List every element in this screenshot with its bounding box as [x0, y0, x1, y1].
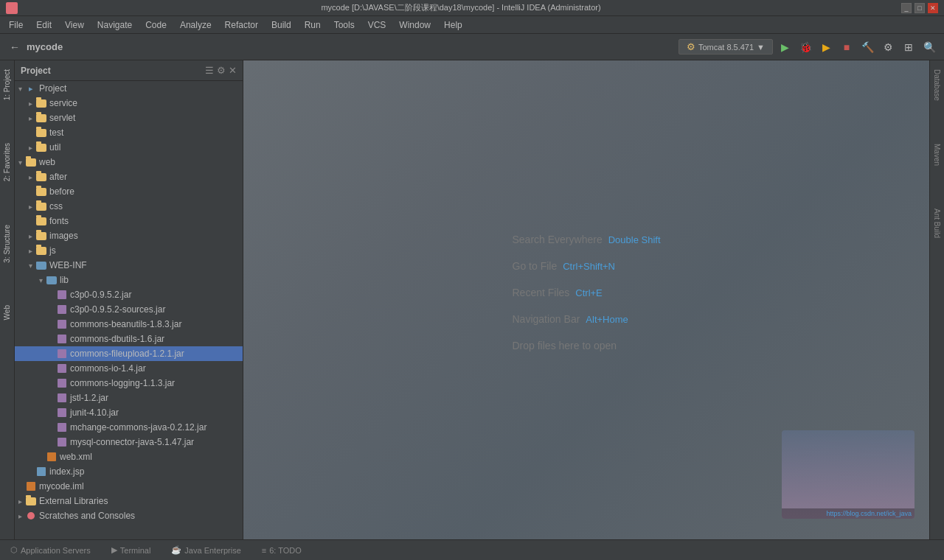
- tree-item[interactable]: ▸ External Libraries: [15, 494, 243, 508]
- tree-item[interactable]: before: [15, 184, 243, 199]
- tree-file-icon: [35, 127, 47, 138]
- tomcat-config-button[interactable]: ⚙ Tomcat 8.5.471 ▼: [678, 39, 773, 55]
- tree-item[interactable]: ▸ after: [15, 169, 243, 184]
- menu-edit[interactable]: Edit: [30, 18, 58, 32]
- tree-item[interactable]: commons-beanutils-1.8.3.jar: [15, 317, 243, 332]
- bottom-tab-terminal[interactable]: ▶ Terminal: [107, 544, 156, 556]
- tree-item-label: c3p0-0.9.5.2-sources.jar: [70, 304, 165, 315]
- menu-vcs[interactable]: VCS: [362, 18, 392, 32]
- tree-item[interactable]: c3p0-0.9.5.2.jar: [15, 287, 243, 302]
- tree-arrow: ▸: [25, 173, 35, 181]
- menu-window[interactable]: Window: [393, 18, 437, 32]
- tree-arrow: ▸: [25, 144, 35, 152]
- project-header-hide-icon[interactable]: ✕: [229, 65, 237, 76]
- tree-arrow: ▸: [15, 512, 25, 520]
- layout-button[interactable]: ⊞: [900, 38, 917, 56]
- tree-item[interactable]: ▸ Scratches and Consoles: [15, 508, 243, 523]
- project-label: mycode: [27, 41, 63, 52]
- tree-item[interactable]: commons-logging-1.1.3.jar: [15, 376, 243, 391]
- tomcat-label: Tomcat 8.5.471: [698, 43, 754, 52]
- maximize-button[interactable]: □: [914, 3, 925, 13]
- editor-content: Search Everywhere Double Shift Go to Fil…: [498, 219, 676, 381]
- tree-item[interactable]: ▸ css: [15, 199, 243, 214]
- tree-item[interactable]: test: [15, 125, 243, 140]
- settings-button[interactable]: ⚙: [879, 38, 897, 56]
- menu-file[interactable]: File: [3, 18, 29, 32]
- debug-button[interactable]: 🐞: [796, 38, 814, 56]
- sidebar-tab-maven[interactable]: Maven: [931, 138, 943, 172]
- tree-item-label: commons-io-1.4.jar: [70, 363, 146, 374]
- tree-file-icon: [35, 172, 47, 182]
- tree-item[interactable]: commons-dbutils-1.6.jar: [15, 332, 243, 346]
- sidebar-tab-database[interactable]: Database: [931, 63, 943, 107]
- tree-item[interactable]: mysql-connector-java-5.1.47.jar: [15, 435, 243, 449]
- sidebar-tab-web[interactable]: Web: [1, 299, 13, 326]
- sidebar-tab-favorites[interactable]: 2: Favorites: [1, 137, 13, 187]
- tree-item-label: lib: [60, 275, 69, 285]
- tree-item[interactable]: ▾ web: [15, 155, 243, 169]
- tree-item[interactable]: jstl-1.2.jar: [15, 391, 243, 405]
- tree-item-label: util: [49, 142, 60, 153]
- tree-arrow: ▾: [25, 262, 35, 270]
- tree-arrow: ▾: [35, 276, 46, 284]
- tree-item[interactable]: c3p0-0.9.5.2-sources.jar: [15, 302, 243, 317]
- folder-icon: [36, 144, 46, 152]
- tree-file-icon: [56, 319, 68, 329]
- jar-file-icon: [58, 305, 66, 314]
- tree-file-icon: [35, 466, 47, 477]
- tree-item[interactable]: ▸ js: [15, 243, 243, 258]
- menu-run[interactable]: Run: [299, 18, 327, 32]
- tree-item[interactable]: ▸ service: [15, 96, 243, 111]
- tree-item-label: index.jsp: [49, 466, 84, 477]
- tree-item[interactable]: commons-io-1.4.jar: [15, 361, 243, 376]
- project-header-settings-icon[interactable]: ⚙: [217, 65, 226, 76]
- file-tree[interactable]: ▾ ▸ Project ▸ service ▸ servlet test ▸ u…: [15, 81, 243, 539]
- menu-build[interactable]: Build: [266, 18, 297, 32]
- jar-file-icon: [58, 290, 66, 299]
- bottom-tab-app-servers[interactable]: ⬡ Application Servers: [6, 544, 95, 556]
- sidebar-tab-structure[interactable]: 3: Structure: [1, 219, 13, 269]
- tree-item[interactable]: junit-4.10.jar: [15, 405, 243, 420]
- menu-tools[interactable]: Tools: [328, 18, 361, 32]
- sidebar-tab-project[interactable]: 1: Project: [1, 63, 13, 106]
- project-header-collapse-icon[interactable]: ☰: [205, 65, 214, 76]
- bottom-tab-java-enterprise[interactable]: ☕ Java Enterprise: [167, 544, 245, 556]
- minimize-button[interactable]: _: [901, 3, 912, 13]
- search-button[interactable]: 🔍: [920, 38, 938, 56]
- tree-item[interactable]: ▾ lib: [15, 273, 243, 287]
- bottom-tab-todo[interactable]: ≡ 6: TODO: [257, 545, 306, 556]
- menu-code[interactable]: Code: [139, 18, 173, 32]
- stop-button[interactable]: ■: [838, 38, 856, 56]
- sidebar-tab-ant[interactable]: Ant Build: [931, 203, 943, 244]
- tree-item-label: jstl-1.2.jar: [70, 393, 108, 403]
- tree-item[interactable]: ▸ images: [15, 228, 243, 243]
- tree-item[interactable]: ▾ WEB-INF: [15, 258, 243, 273]
- tree-arrow: ▸: [25, 232, 35, 240]
- run-button[interactable]: ▶: [776, 38, 794, 56]
- tree-item-label: External Libraries: [39, 496, 108, 506]
- run-with-coverage-button[interactable]: ▶: [817, 38, 835, 56]
- menu-view[interactable]: View: [59, 18, 90, 32]
- tree-file-icon: [56, 363, 68, 374]
- menu-refactor[interactable]: Refactor: [219, 18, 264, 32]
- build-button[interactable]: 🔨: [858, 38, 876, 56]
- tree-item[interactable]: web.xml: [15, 449, 243, 464]
- close-button[interactable]: ✕: [928, 3, 938, 13]
- java-enterprise-icon: ☕: [171, 545, 181, 555]
- tree-file-icon: [25, 157, 37, 167]
- tree-item[interactable]: commons-fileupload-1.2.1.jar: [15, 346, 243, 361]
- tomcat-icon: ⚙: [687, 41, 695, 52]
- tree-item[interactable]: mchange-commons-java-0.2.12.jar: [15, 420, 243, 435]
- tree-item[interactable]: fonts: [15, 214, 243, 228]
- editor-area[interactable]: Search Everywhere Double Shift Go to Fil…: [243, 60, 929, 539]
- menu-navigate[interactable]: Navigate: [91, 18, 138, 32]
- menu-analyze[interactable]: Analyze: [174, 18, 218, 32]
- toolbar-navigate-back[interactable]: ←: [6, 38, 24, 56]
- tree-item[interactable]: ▸ util: [15, 140, 243, 155]
- tree-item[interactable]: ▾ ▸ Project: [15, 81, 243, 96]
- menu-help[interactable]: Help: [438, 18, 468, 32]
- tree-item[interactable]: index.jsp: [15, 464, 243, 479]
- tree-item[interactable]: mycode.iml: [15, 479, 243, 494]
- tree-item[interactable]: ▸ servlet: [15, 111, 243, 125]
- tree-file-icon: [46, 275, 58, 285]
